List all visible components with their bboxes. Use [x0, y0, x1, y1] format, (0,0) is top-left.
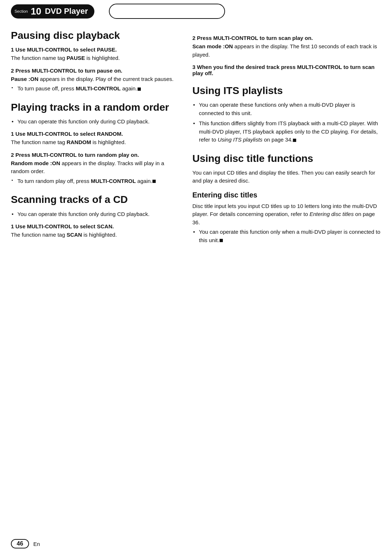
scan-step2-body: Scan mode :ON appears in the display. Th… [192, 42, 381, 59]
disc-title-heading: Using disc title functions [192, 153, 381, 164]
random-step1-heading: 1 Use MULTI-CONTROL to select RANDOM. [11, 131, 178, 137]
scan-bold: SCAN [66, 232, 82, 238]
scan-continued-section: 2 Press MULTI-CONTROL to turn scan play … [192, 35, 381, 76]
scanning-section: Scanning tracks of a CD You can operate … [11, 194, 178, 239]
left-column: Pausing disc playback 1 Use MULTI-CONTRO… [11, 30, 178, 253]
page-header: Section 10 DVD Player [0, 0, 392, 19]
entering-disc-titles-heading: Entering disc titles [192, 191, 381, 199]
random-bold: RANDOM [66, 139, 91, 145]
entering-italic: Entering disc titles [310, 211, 354, 217]
pause-on-bold: Pause :ON [11, 76, 38, 82]
square-symbol [138, 87, 141, 91]
pausing-step1-body: The function name tag PAUSE is highlight… [11, 54, 178, 62]
section-label: Section [15, 9, 28, 13]
square-symbol-4 [220, 239, 223, 242]
pausing-step1-heading: 1 Use MULTI-CONTROL to select PAUSE. [11, 46, 178, 53]
disc-title-section: Using disc title functions You can input… [192, 153, 381, 245]
scanning-bullets: You can operate this function only durin… [11, 210, 178, 219]
random-on-bold: Random mode :ON [11, 160, 60, 166]
pause-bold: PAUSE [66, 55, 85, 61]
pausing-step2-arrow: To turn pause off, press MULTI-CONTROL a… [11, 85, 178, 93]
scanning-title: Scanning tracks of a CD [11, 194, 178, 205]
scan-on-bold: Scan mode :ON [192, 43, 233, 49]
its-bullet-2: This function differs slightly from ITS … [192, 119, 381, 144]
page-number: 46 [11, 539, 29, 548]
pausing-step2-heading: 2 Press MULTI-CONTROL to turn pause on. [11, 68, 178, 74]
main-content: Pausing disc playback 1 Use MULTI-CONTRO… [0, 19, 392, 253]
random-bullets: You can operate this function only durin… [11, 118, 178, 126]
random-step2-arrow: To turn random play off, press MULTI-CON… [11, 177, 178, 185]
pausing-step2-body: Pause :ON appears in the display. Play o… [11, 75, 178, 83]
random-step2-body: Random mode :ON appears in the display. … [11, 159, 178, 176]
square-symbol-3 [293, 139, 296, 142]
multi-control-bold-2: MULTI-CONTROL [91, 178, 136, 184]
section-badge: Section 10 DVD Player [11, 4, 94, 19]
header-right-box [109, 4, 225, 19]
scanning-step1-heading: 1 Use MULTI-CONTROL to select SCAN. [11, 223, 178, 229]
pausing-section: Pausing disc playback 1 Use MULTI-CONTRO… [11, 30, 178, 93]
scanning-bullet-1: You can operate this function only durin… [11, 210, 178, 219]
random-section: Playing tracks in a random order You can… [11, 102, 178, 185]
right-column: 2 Press MULTI-CONTROL to turn scan play … [192, 30, 381, 253]
random-bullet-1: You can operate this function only durin… [11, 118, 178, 126]
random-step2-heading: 2 Press MULTI-CONTROL to turn random pla… [11, 152, 178, 158]
section-number: 10 [31, 6, 41, 17]
its-bullet-1: You can operate these functions only whe… [192, 101, 381, 117]
section-title: DVD Player [45, 7, 88, 16]
scanning-step1-body: The function name tag SCAN is highlighte… [11, 231, 178, 239]
random-title: Playing tracks in a random order [11, 102, 178, 113]
scan-step2-heading: 2 Press MULTI-CONTROL to turn scan play … [192, 35, 381, 41]
entering-disc-body: Disc title input lets you input CD title… [192, 202, 381, 227]
its-bullets: You can operate these functions only whe… [192, 101, 381, 144]
scan-step3-heading: 3 When you find the desired track press … [192, 64, 381, 76]
pausing-title: Pausing disc playback [11, 30, 178, 41]
its-section: Using ITS playlists You can operate thes… [192, 85, 381, 144]
square-symbol-2 [152, 180, 156, 183]
disc-title-bullet-1: You can operate this function only when … [192, 228, 381, 244]
page-footer: 46 En [11, 539, 40, 548]
its-italic: Using ITS playlists [218, 136, 262, 143]
random-step1-body: The function name tag RANDOM is highligh… [11, 138, 178, 147]
its-title: Using ITS playlists [192, 85, 381, 97]
disc-title-body: You can input CD titles and display the … [192, 169, 381, 185]
page-lang: En [33, 541, 40, 547]
multi-control-bold: MULTI-CONTROL [76, 85, 121, 91]
disc-title-bullets: You can operate this function only when … [192, 228, 381, 244]
